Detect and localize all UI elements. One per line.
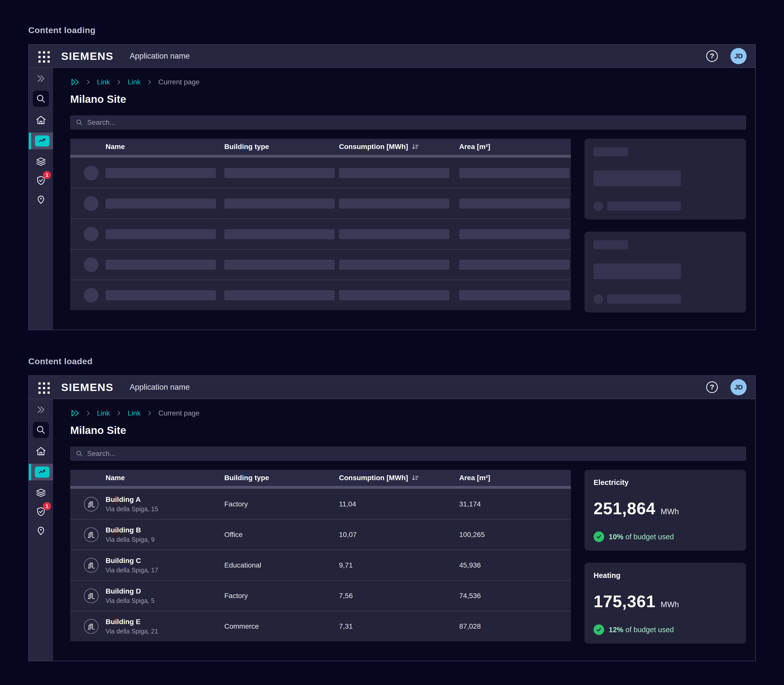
building-address: Via della Spiga, 9 [106,536,224,543]
building-area: 87,028 [459,622,571,630]
sidebar: 1 [29,399,53,661]
skeleton-row [70,157,571,188]
building-address: Via della Spiga, 5 [106,597,224,604]
skeleton-bar [459,290,570,300]
skeleton-bar [459,198,570,209]
column-header-consumption[interactable]: Consumption [MWh] [339,143,459,151]
chevron-right-icon [146,410,153,417]
buildings-table-loading: Name Building type Consumption [MWh] Are… [70,139,571,330]
breadcrumb-link[interactable]: Link [97,409,110,417]
app-window-loading: SIEMENS Application name ? JD [28,44,756,330]
app-launcher-icon[interactable] [37,381,49,393]
column-header-area: Area [m²] [459,474,571,482]
brand-logo: SIEMENS [61,50,114,62]
table-row-building-d[interactable]: Building D Via della Spiga, 5 Factory 7,… [70,580,571,611]
breadcrumb: Link Link Current page [70,78,746,87]
sort-descending-icon [411,143,419,151]
sidebar-item-compliance[interactable]: 1 [36,175,47,187]
building-address: Via della Spiga, 21 [106,628,224,635]
breadcrumb-root-icon[interactable] [70,409,79,418]
search-input[interactable] [87,450,741,458]
help-icon[interactable]: ? [706,50,718,62]
sidebar-item-compliance[interactable]: 1 [36,506,47,518]
building-address: Via della Spiga, 17 [106,567,224,574]
summary-cards: Electricity 251,864 MWh 10% of budget us… [584,470,746,661]
skeleton-row [70,279,571,310]
trend-chart-icon [35,135,50,146]
column-header-type: Building type [224,474,339,482]
sidebar-item-layers[interactable] [36,487,47,499]
breadcrumb-link[interactable]: Link [97,78,110,86]
sidebar-item-search[interactable] [33,422,49,438]
sidebar-item-home[interactable] [36,445,47,457]
search-icon [76,450,83,458]
column-header-consumption[interactable]: Consumption [MWh] [339,474,459,482]
chevron-right-icon [146,79,153,85]
brand-logo: SIEMENS [61,381,114,393]
avatar[interactable]: JD [730,379,747,395]
sidebar-item-location[interactable] [36,524,47,536]
skeleton-bar [224,229,335,239]
skeleton-avatar [84,288,99,303]
skeleton-status-line [607,201,681,211]
electricity-card: Electricity 251,864 MWh 10% of budget us… [584,470,746,550]
skeleton-row [70,188,571,219]
skeleton-bar [459,229,570,239]
breadcrumb-root-icon[interactable] [70,78,79,87]
help-icon[interactable]: ? [706,381,718,393]
search-bar[interactable] [70,446,746,461]
building-consumption: 7,31 [339,622,459,630]
building-type: Office [224,531,339,539]
page-title: Milano Site [70,93,746,106]
app-launcher-icon[interactable] [37,50,49,62]
skeleton-card-value [594,263,681,279]
card-unit: MWh [661,507,679,516]
skeleton-avatar [84,257,99,272]
sidebar-item-layers[interactable] [36,156,47,168]
table-row-building-a[interactable]: Building A Via della Spiga, 15 Factory 1… [70,489,571,519]
sidebar-item-analytics-active[interactable] [29,464,53,480]
notification-badge: 1 [43,171,51,179]
table-row-building-e[interactable]: Building E Via della Spiga, 21 Commerce … [70,611,571,641]
card-title: Heating [594,571,737,579]
skeleton-status-dot [594,294,603,304]
search-input[interactable] [87,118,741,127]
sidebar-expand-icon[interactable] [36,73,46,84]
search-bar[interactable] [70,115,746,130]
building-icon [84,558,99,573]
skeleton-bar [339,168,449,178]
sidebar-item-analytics-active[interactable] [29,133,53,149]
building-consumption: 7,56 [339,592,459,600]
skeleton-status-dot [594,201,603,211]
building-type: Educational [224,561,339,569]
building-area: 45,936 [459,561,571,569]
building-name: Building D [106,587,224,596]
sidebar-item-search[interactable] [33,91,49,107]
table-row-building-b[interactable]: Building B Via della Spiga, 9 Office 10,… [70,519,571,550]
sidebar-item-location[interactable] [36,193,47,205]
trend-chart-icon [35,466,50,478]
sidebar-expand-icon[interactable] [36,404,46,415]
breadcrumb-link[interactable]: Link [128,78,140,86]
skeleton-avatar [84,166,99,180]
skeleton-bar [459,260,570,270]
breadcrumb-current: Current page [158,78,200,86]
skeleton-bar [339,198,449,209]
building-name: Building E [106,618,224,626]
column-header-name: Name [106,143,224,151]
building-type: Factory [224,592,339,600]
chevron-right-icon [115,79,122,85]
skeleton-bar [106,229,216,239]
skeleton-avatar [84,196,99,211]
sidebar-item-home[interactable] [36,114,47,126]
building-consumption: 11,04 [339,500,459,508]
app-header: SIEMENS Application name ? JD [29,376,755,399]
breadcrumb-link[interactable]: Link [128,409,140,417]
avatar[interactable]: JD [730,48,747,64]
table-row-building-c[interactable]: Building C Via della Spiga, 17 Education… [70,550,571,580]
skeleton-row [70,249,571,279]
success-check-icon [594,531,604,542]
card-title: Electricity [594,478,737,487]
building-type: Commerce [224,622,339,630]
app-window-loaded: SIEMENS Application name ? JD [28,375,756,661]
